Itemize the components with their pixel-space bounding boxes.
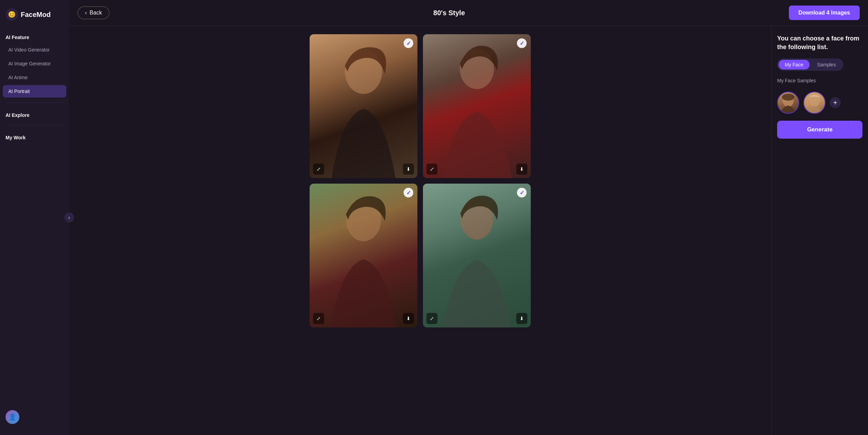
- right-panel: You can choose a face from the following…: [771, 26, 868, 435]
- face-samples-label: My Face Samples: [777, 78, 862, 83]
- check-badge-4: ✓: [517, 188, 527, 197]
- ai-explore-section-label: AI Explore: [0, 110, 69, 121]
- portrait-silhouette-3: [310, 184, 417, 327]
- logo-text: FaceMod: [21, 11, 51, 19]
- download-button-3[interactable]: ⬇: [403, 313, 414, 324]
- card-actions-1: ⤢ ⬇: [313, 164, 414, 175]
- image-card-3[interactable]: ✓ ⤢ ⬇: [310, 184, 417, 327]
- image-placeholder-1: [310, 34, 417, 178]
- page-title: 80's Style: [433, 9, 465, 17]
- logo-icon: 😊: [6, 8, 18, 21]
- card-actions-4: ⤢ ⬇: [426, 313, 527, 324]
- expand-button-2[interactable]: ⤢: [426, 164, 437, 175]
- add-face-button[interactable]: +: [830, 97, 841, 108]
- my-work-section-label[interactable]: My Work: [0, 132, 69, 143]
- header: ‹ Back 80's Style Download 4 Images: [69, 0, 868, 26]
- image-card-1[interactable]: ✓ ⤢ ⬇: [310, 34, 417, 178]
- download-images-button[interactable]: Download 4 Images: [789, 6, 860, 20]
- portrait-silhouette-2: [423, 34, 531, 178]
- check-badge-1: ✓: [404, 38, 413, 48]
- image-card-4[interactable]: ✓ ⤢ ⬇: [423, 184, 531, 327]
- face-avatar-2[interactable]: [803, 92, 825, 114]
- check-badge-2: ✓: [517, 38, 527, 48]
- main-content: ‹ Back 80's Style Download 4 Images: [69, 0, 868, 435]
- face-avatar-1[interactable]: [777, 92, 799, 114]
- svg-point-5: [782, 94, 794, 101]
- sidebar-item-ai-video-generator[interactable]: AI Video Generator: [3, 44, 66, 56]
- user-avatar[interactable]: 👤: [6, 410, 19, 424]
- generate-button[interactable]: Generate: [777, 121, 862, 139]
- chevron-left-icon: ‹: [85, 10, 87, 16]
- face-1-svg: [778, 92, 799, 114]
- ai-feature-section-label: AI Feature: [0, 32, 69, 43]
- tab-my-face[interactable]: My Face: [779, 60, 810, 70]
- back-label: Back: [89, 10, 102, 16]
- face-tab-group: My Face Samples: [777, 58, 843, 71]
- expand-button-3[interactable]: ⤢: [313, 313, 324, 324]
- sidebar: 😊 FaceMod AI Feature AI Video Generator …: [0, 0, 69, 435]
- expand-button-4[interactable]: ⤢: [426, 313, 437, 324]
- sidebar-divider-1: [6, 102, 64, 103]
- user-avatar-area: 👤: [0, 405, 69, 429]
- image-grid-area: ✓ ⤢ ⬇ ✓: [69, 26, 771, 435]
- collapse-sidebar-button[interactable]: ›: [64, 212, 75, 223]
- face-avatars-list: +: [777, 92, 862, 114]
- download-button-2[interactable]: ⬇: [516, 164, 527, 175]
- portrait-silhouette-4: [423, 184, 531, 327]
- face-2-svg: [804, 92, 825, 114]
- content-area: ✓ ⤢ ⬇ ✓: [69, 26, 868, 435]
- expand-button-1[interactable]: ⤢: [313, 164, 324, 175]
- face-avatar-image-2: [804, 92, 825, 113]
- sidebar-item-ai-anime[interactable]: AI Anime: [3, 71, 66, 84]
- tab-samples[interactable]: Samples: [811, 60, 842, 70]
- download-button-1[interactable]: ⬇: [403, 164, 414, 175]
- sidebar-item-ai-portrait[interactable]: AI Portrait: [3, 85, 66, 98]
- image-grid: ✓ ⤢ ⬇ ✓: [310, 34, 531, 327]
- back-button[interactable]: ‹ Back: [77, 6, 110, 19]
- image-placeholder-4: [423, 184, 531, 327]
- panel-description: You can choose a face from the following…: [777, 34, 862, 52]
- face-avatar-image-1: [778, 92, 799, 113]
- logo-area: 😊 FaceMod: [0, 6, 69, 29]
- download-button-4[interactable]: ⬇: [516, 313, 527, 324]
- image-card-2[interactable]: ✓ ⤢ ⬇: [423, 34, 531, 178]
- sidebar-divider-2: [6, 125, 64, 125]
- image-placeholder-3: [310, 184, 417, 327]
- card-actions-3: ⤢ ⬇: [313, 313, 414, 324]
- card-actions-2: ⤢ ⬇: [426, 164, 527, 175]
- image-placeholder-2: [423, 34, 531, 178]
- check-badge-3: ✓: [404, 188, 413, 197]
- portrait-silhouette-1: [310, 34, 417, 178]
- sidebar-item-ai-image-generator[interactable]: AI Image Generator: [3, 57, 66, 70]
